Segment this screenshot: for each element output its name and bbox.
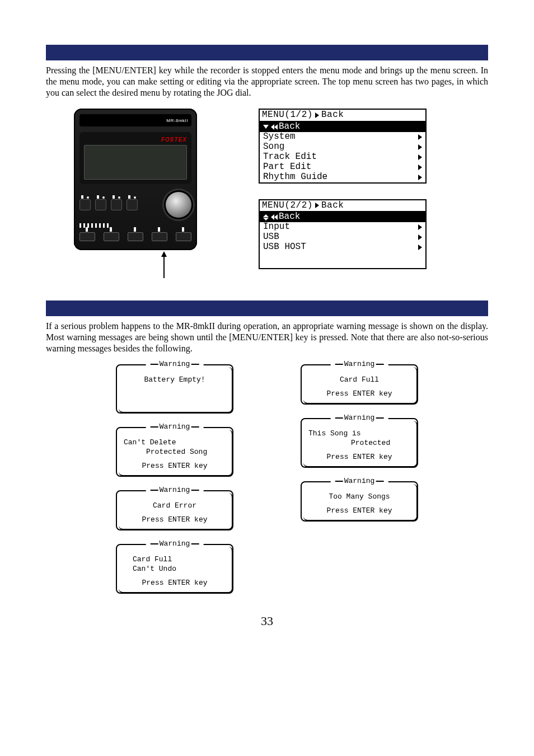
page-number: 33 — [46, 614, 488, 628]
warning-label: Warning — [146, 422, 204, 431]
section-bar-menu — [46, 45, 488, 60]
warning-card-full-undo: Warning Card Full Can't Undo Press ENTER… — [116, 544, 233, 594]
transport-button — [176, 232, 191, 241]
menu-item: Rhythm Guide — [260, 172, 425, 182]
menu-item-back: Back — [260, 122, 425, 132]
menu-item: USB HOST — [260, 242, 425, 252]
device-screen — [84, 145, 187, 180]
warning-song-protected: Warning This Song is Protected Press ENT… — [301, 418, 418, 468]
brand-label: FOSTEX — [84, 137, 187, 143]
menu-title-right: Back — [321, 110, 344, 120]
arrow-updown-icon — [263, 214, 269, 220]
transport-button — [152, 232, 167, 241]
triangle-right-icon — [418, 245, 422, 250]
menu-screen-2: MENU(2/2) Back Back Input USB — [259, 199, 427, 270]
warning-label: Warning — [331, 477, 388, 485]
warning-battery-empty: Warning Battery Empty! — [116, 364, 233, 414]
jog-dial — [166, 192, 191, 218]
triangle-right-icon — [315, 203, 319, 208]
warning-column-left: Warning Battery Empty! Warning Can't Del… — [116, 364, 233, 594]
warning-too-many-songs: Warning Too Many Songs Press ENTER key — [301, 481, 418, 522]
triangle-right-icon — [418, 224, 422, 230]
small-button — [111, 199, 122, 210]
triangle-right-icon — [418, 154, 422, 160]
transport-button — [79, 232, 95, 241]
menu-screen-1: MENU(1/2) Back Back System Song — [259, 109, 427, 184]
menu-item-empty — [260, 252, 425, 262]
small-button — [79, 199, 91, 210]
triangle-right-icon — [418, 234, 422, 240]
triangle-right-icon — [418, 144, 422, 150]
warning-label: Warning — [331, 360, 388, 368]
menu-item: System — [260, 132, 425, 142]
double-left-icon — [271, 214, 278, 220]
menu-title-left: MENU(1/2) — [262, 110, 313, 120]
small-button — [95, 199, 106, 210]
warning-label: Warning — [146, 360, 204, 368]
warning-label: Warning — [146, 486, 204, 494]
menu-item-back: Back — [260, 212, 425, 222]
transport-button — [128, 232, 143, 241]
warning-card-full: Warning Card Full Press ENTER key — [301, 364, 418, 405]
menu-item: Track Edit — [260, 152, 425, 162]
menu-item: USB — [260, 232, 425, 242]
warning-card-error: Warning Card Error Press ENTER key — [116, 490, 233, 530]
triangle-right-icon — [418, 175, 422, 180]
warning-label: Warning — [146, 539, 204, 548]
warning-label: Warning — [331, 414, 388, 422]
device-illustration: MR-8mkII FOSTEX — [74, 109, 197, 278]
warning-paragraph: If a serious problem happens to the MR-8… — [46, 321, 488, 354]
double-left-icon — [271, 124, 278, 130]
triangle-right-icon — [418, 134, 422, 140]
menu-item: Part Edit — [260, 162, 425, 172]
section-bar-warning — [46, 300, 488, 316]
menu-title-left: MENU(2/2) — [262, 201, 313, 211]
triangle-right-icon — [418, 165, 422, 170]
menu-mode-paragraph: Pressing the [MENU/ENTER] key while the … — [46, 65, 488, 98]
small-button — [127, 199, 138, 210]
transport-button — [104, 232, 119, 241]
menu-enter-pointer-icon — [161, 251, 167, 257]
warning-column-right: Warning Card Full Press ENTER key Warnin… — [301, 364, 418, 594]
warning-cant-delete: Warning Can't Delete Protected Song Pres… — [116, 427, 233, 477]
menu-item: Input — [260, 222, 425, 232]
menu-title-right: Back — [321, 201, 344, 211]
arrow-down-icon — [263, 125, 269, 129]
menu-item: Song — [260, 142, 425, 152]
device-model-label: MR-8mkII — [166, 118, 188, 123]
triangle-right-icon — [315, 112, 319, 118]
